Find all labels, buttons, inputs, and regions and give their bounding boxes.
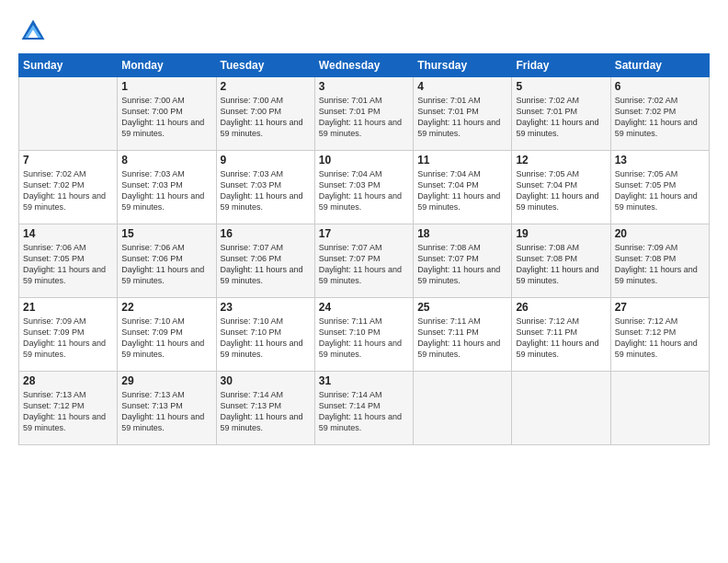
calendar-cell: 9Sunrise: 7:03 AM Sunset: 7:03 PM Daylig… xyxy=(216,151,314,224)
logo xyxy=(18,17,50,46)
cell-content: Sunrise: 7:12 AM Sunset: 7:11 PM Dayligh… xyxy=(516,316,606,361)
day-number: 18 xyxy=(417,227,507,240)
calendar-cell: 6Sunrise: 7:02 AM Sunset: 7:02 PM Daylig… xyxy=(610,77,709,151)
day-number: 17 xyxy=(319,227,409,240)
week-row-4: 28Sunrise: 7:13 AM Sunset: 7:12 PM Dayli… xyxy=(19,372,710,445)
day-number: 14 xyxy=(23,227,113,240)
calendar-cell xyxy=(19,77,118,151)
cell-content: Sunrise: 7:06 AM Sunset: 7:05 PM Dayligh… xyxy=(23,242,113,287)
cell-content: Sunrise: 7:07 AM Sunset: 7:07 PM Dayligh… xyxy=(319,242,409,287)
cell-content: Sunrise: 7:10 AM Sunset: 7:10 PM Dayligh… xyxy=(221,316,311,361)
day-number: 8 xyxy=(121,154,211,167)
cell-content: Sunrise: 7:03 AM Sunset: 7:03 PM Dayligh… xyxy=(221,168,311,213)
cell-content: Sunrise: 7:07 AM Sunset: 7:06 PM Dayligh… xyxy=(221,242,311,287)
calendar-cell: 7Sunrise: 7:02 AM Sunset: 7:02 PM Daylig… xyxy=(19,151,118,224)
calendar-cell: 19Sunrise: 7:08 AM Sunset: 7:08 PM Dayli… xyxy=(512,224,610,298)
day-number: 31 xyxy=(319,374,409,387)
calendar-body: 1Sunrise: 7:00 AM Sunset: 7:00 PM Daylig… xyxy=(19,77,710,445)
calendar-cell: 30Sunrise: 7:14 AM Sunset: 7:13 PM Dayli… xyxy=(216,372,314,445)
cell-content: Sunrise: 7:04 AM Sunset: 7:04 PM Dayligh… xyxy=(417,168,507,213)
cell-content: Sunrise: 7:01 AM Sunset: 7:01 PM Dayligh… xyxy=(417,95,507,140)
cell-content: Sunrise: 7:00 AM Sunset: 7:00 PM Dayligh… xyxy=(121,95,211,140)
calendar-cell: 16Sunrise: 7:07 AM Sunset: 7:06 PM Dayli… xyxy=(216,224,314,298)
calendar-cell: 1Sunrise: 7:00 AM Sunset: 7:00 PM Daylig… xyxy=(118,77,216,151)
calendar-cell: 23Sunrise: 7:10 AM Sunset: 7:10 PM Dayli… xyxy=(216,298,314,372)
day-number: 26 xyxy=(516,301,606,314)
day-number: 13 xyxy=(615,154,705,167)
day-number: 10 xyxy=(319,154,409,167)
calendar-cell: 10Sunrise: 7:04 AM Sunset: 7:03 PM Dayli… xyxy=(314,151,413,224)
calendar-cell: 15Sunrise: 7:06 AM Sunset: 7:06 PM Dayli… xyxy=(118,224,216,298)
calendar-cell: 18Sunrise: 7:08 AM Sunset: 7:07 PM Dayli… xyxy=(414,224,512,298)
cell-content: Sunrise: 7:14 AM Sunset: 7:13 PM Dayligh… xyxy=(221,389,311,434)
header-row: SundayMondayTuesdayWednesdayThursdayFrid… xyxy=(19,54,710,77)
week-row-1: 7Sunrise: 7:02 AM Sunset: 7:02 PM Daylig… xyxy=(19,151,710,224)
day-number: 25 xyxy=(417,301,507,314)
cell-content: Sunrise: 7:09 AM Sunset: 7:09 PM Dayligh… xyxy=(23,316,113,361)
day-number: 24 xyxy=(319,301,409,314)
day-number: 16 xyxy=(221,227,311,240)
cell-content: Sunrise: 7:05 AM Sunset: 7:05 PM Dayligh… xyxy=(615,168,705,213)
calendar-cell xyxy=(610,372,709,445)
page: SundayMondayTuesdayWednesdayThursdayFrid… xyxy=(0,0,728,563)
cell-content: Sunrise: 7:11 AM Sunset: 7:11 PM Dayligh… xyxy=(417,316,507,361)
calendar-cell: 3Sunrise: 7:01 AM Sunset: 7:01 PM Daylig… xyxy=(314,77,413,151)
cell-content: Sunrise: 7:12 AM Sunset: 7:12 PM Dayligh… xyxy=(615,316,705,361)
calendar-cell xyxy=(414,372,512,445)
day-number: 22 xyxy=(121,301,211,314)
calendar-cell xyxy=(512,372,610,445)
calendar-cell: 8Sunrise: 7:03 AM Sunset: 7:03 PM Daylig… xyxy=(118,151,216,224)
cell-content: Sunrise: 7:13 AM Sunset: 7:13 PM Dayligh… xyxy=(121,389,211,434)
day-number: 28 xyxy=(23,374,113,387)
calendar-cell: 20Sunrise: 7:09 AM Sunset: 7:08 PM Dayli… xyxy=(610,224,709,298)
cell-content: Sunrise: 7:13 AM Sunset: 7:12 PM Dayligh… xyxy=(23,389,113,434)
cell-content: Sunrise: 7:02 AM Sunset: 7:01 PM Dayligh… xyxy=(516,95,606,140)
week-row-0: 1Sunrise: 7:00 AM Sunset: 7:00 PM Daylig… xyxy=(19,77,710,151)
cell-content: Sunrise: 7:04 AM Sunset: 7:03 PM Dayligh… xyxy=(319,168,409,213)
day-number: 27 xyxy=(615,301,705,314)
header-cell-monday: Monday xyxy=(118,54,216,77)
cell-content: Sunrise: 7:14 AM Sunset: 7:14 PM Dayligh… xyxy=(319,389,409,434)
day-number: 19 xyxy=(516,227,606,240)
day-number: 4 xyxy=(417,80,507,93)
cell-content: Sunrise: 7:09 AM Sunset: 7:08 PM Dayligh… xyxy=(615,242,705,287)
calendar-cell: 4Sunrise: 7:01 AM Sunset: 7:01 PM Daylig… xyxy=(414,77,512,151)
calendar-cell: 2Sunrise: 7:00 AM Sunset: 7:00 PM Daylig… xyxy=(216,77,314,151)
cell-content: Sunrise: 7:11 AM Sunset: 7:10 PM Dayligh… xyxy=(319,316,409,361)
calendar-cell: 22Sunrise: 7:10 AM Sunset: 7:09 PM Dayli… xyxy=(118,298,216,372)
day-number: 30 xyxy=(221,374,311,387)
calendar-cell: 27Sunrise: 7:12 AM Sunset: 7:12 PM Dayli… xyxy=(610,298,709,372)
cell-content: Sunrise: 7:08 AM Sunset: 7:08 PM Dayligh… xyxy=(516,242,606,287)
header-cell-friday: Friday xyxy=(512,54,610,77)
header-cell-thursday: Thursday xyxy=(414,54,512,77)
day-number: 2 xyxy=(221,80,311,93)
calendar-cell: 26Sunrise: 7:12 AM Sunset: 7:11 PM Dayli… xyxy=(512,298,610,372)
calendar-cell: 5Sunrise: 7:02 AM Sunset: 7:01 PM Daylig… xyxy=(512,77,610,151)
cell-content: Sunrise: 7:02 AM Sunset: 7:02 PM Dayligh… xyxy=(615,95,705,140)
day-number: 23 xyxy=(221,301,311,314)
header-cell-saturday: Saturday xyxy=(610,54,709,77)
header xyxy=(18,17,710,46)
header-cell-sunday: Sunday xyxy=(19,54,118,77)
calendar-cell: 31Sunrise: 7:14 AM Sunset: 7:14 PM Dayli… xyxy=(314,372,413,445)
logo-icon xyxy=(18,17,48,46)
header-cell-wednesday: Wednesday xyxy=(314,54,413,77)
calendar-cell: 25Sunrise: 7:11 AM Sunset: 7:11 PM Dayli… xyxy=(414,298,512,372)
week-row-2: 14Sunrise: 7:06 AM Sunset: 7:05 PM Dayli… xyxy=(19,224,710,298)
calendar-cell: 21Sunrise: 7:09 AM Sunset: 7:09 PM Dayli… xyxy=(19,298,118,372)
day-number: 29 xyxy=(121,374,211,387)
calendar-cell: 12Sunrise: 7:05 AM Sunset: 7:04 PM Dayli… xyxy=(512,151,610,224)
header-cell-tuesday: Tuesday xyxy=(216,54,314,77)
calendar-cell: 24Sunrise: 7:11 AM Sunset: 7:10 PM Dayli… xyxy=(314,298,413,372)
cell-content: Sunrise: 7:08 AM Sunset: 7:07 PM Dayligh… xyxy=(417,242,507,287)
cell-content: Sunrise: 7:10 AM Sunset: 7:09 PM Dayligh… xyxy=(121,316,211,361)
calendar-cell: 13Sunrise: 7:05 AM Sunset: 7:05 PM Dayli… xyxy=(610,151,709,224)
calendar-header: SundayMondayTuesdayWednesdayThursdayFrid… xyxy=(19,54,710,77)
cell-content: Sunrise: 7:03 AM Sunset: 7:03 PM Dayligh… xyxy=(121,168,211,213)
day-number: 15 xyxy=(121,227,211,240)
calendar-cell: 28Sunrise: 7:13 AM Sunset: 7:12 PM Dayli… xyxy=(19,372,118,445)
day-number: 9 xyxy=(221,154,311,167)
calendar-cell: 11Sunrise: 7:04 AM Sunset: 7:04 PM Dayli… xyxy=(414,151,512,224)
week-row-3: 21Sunrise: 7:09 AM Sunset: 7:09 PM Dayli… xyxy=(19,298,710,372)
day-number: 3 xyxy=(319,80,409,93)
